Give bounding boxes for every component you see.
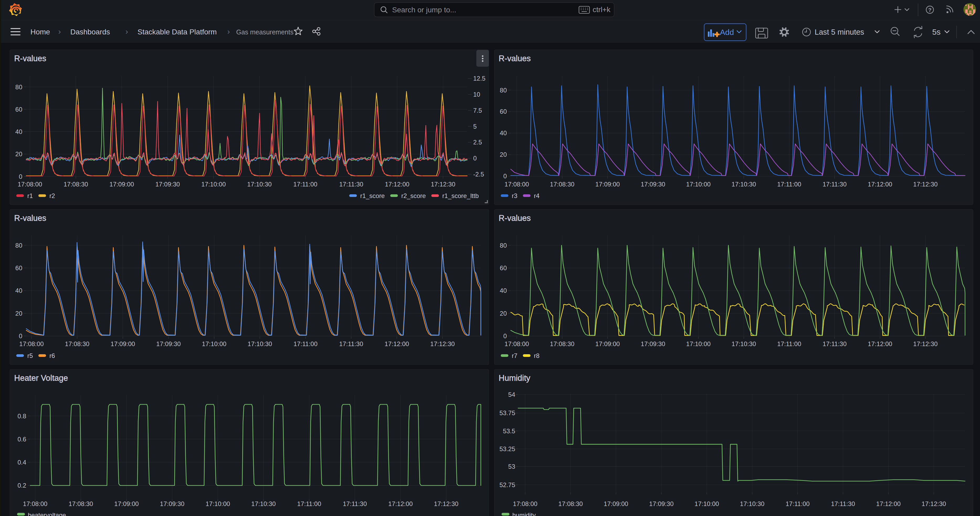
svg-text:80: 80 [500,87,507,94]
svg-text:17:11:00: 17:11:00 [297,500,321,507]
svg-text:Last 5 minutes: Last 5 minutes [815,28,864,36]
svg-text:52.75: 52.75 [500,481,515,489]
svg-text:17:08:30: 17:08:30 [65,340,89,347]
svg-text:17:08:30: 17:08:30 [558,500,583,507]
svg-text:20: 20 [500,151,507,158]
svg-text:60: 60 [15,106,22,113]
svg-text:17:09:30: 17:09:30 [156,340,181,347]
svg-text:17:09:30: 17:09:30 [160,500,184,507]
svg-text:17:08:00: 17:08:00 [504,340,529,347]
svg-text:17:12:00: 17:12:00 [868,340,892,347]
svg-text:17:09:30: 17:09:30 [155,181,180,188]
svg-text:17:11:00: 17:11:00 [293,340,318,347]
svg-text:r5: r5 [27,352,33,359]
svg-text:0.2: 0.2 [18,482,26,489]
svg-text:17:12:30: 17:12:30 [434,500,458,507]
svg-text:80: 80 [500,242,507,249]
svg-text:17:08:30: 17:08:30 [64,181,88,188]
svg-text:17:10:00: 17:10:00 [202,340,226,347]
svg-text:60: 60 [15,264,22,272]
svg-text:17:08:00: 17:08:00 [23,500,47,507]
svg-text:17:08:00: 17:08:00 [19,340,44,347]
svg-text:17:11:00: 17:11:00 [786,500,810,507]
svg-text:r8: r8 [534,352,539,359]
svg-text:17:10:30: 17:10:30 [247,181,272,188]
svg-text:0: 0 [19,333,22,339]
svg-text:Heater Voltage: Heater Voltage [14,373,68,382]
svg-text:17:10:30: 17:10:30 [248,340,272,347]
svg-text:r1: r1 [27,192,33,199]
svg-text:40: 40 [500,287,507,294]
svg-text:17:11:00: 17:11:00 [777,340,801,347]
svg-text:17:10:30: 17:10:30 [740,500,764,507]
svg-text:7.5: 7.5 [473,107,482,114]
svg-text:17:12:00: 17:12:00 [876,500,900,507]
svg-text:17:09:30: 17:09:30 [649,500,673,507]
svg-text:0.6: 0.6 [18,436,26,443]
svg-text:5s: 5s [932,27,941,36]
svg-text:17:11:30: 17:11:30 [822,181,847,188]
svg-text:17:09:00: 17:09:00 [595,181,620,188]
svg-text:53.25: 53.25 [500,445,515,452]
svg-text:17:11:00: 17:11:00 [777,181,801,188]
svg-text:Add: Add [720,28,734,37]
svg-text:17:09:00: 17:09:00 [604,500,628,507]
svg-text:›: › [227,27,230,36]
svg-text:20: 20 [15,310,22,317]
svg-text:R-values: R-values [14,213,46,223]
svg-text:17:11:00: 17:11:00 [293,181,318,188]
svg-text:17:12:30: 17:12:30 [913,340,937,347]
svg-text:humidity: humidity [512,511,536,516]
svg-text:R-values: R-values [14,54,46,63]
svg-text:Stackable Data Platform: Stackable Data Platform [137,28,217,36]
svg-text:17:09:30: 17:09:30 [641,340,665,347]
svg-text:10: 10 [473,91,480,98]
svg-text:17:09:00: 17:09:00 [114,500,138,507]
svg-text:?: ? [928,7,932,13]
svg-text:17:12:00: 17:12:00 [868,181,892,188]
svg-text:r1_score_lttb: r1_score_lttb [442,192,479,199]
svg-text:17:08:00: 17:08:00 [513,500,537,507]
svg-text:17:08:30: 17:08:30 [550,340,574,347]
svg-text:17:09:00: 17:09:00 [110,340,135,347]
svg-text:17:08:00: 17:08:00 [18,181,42,188]
svg-text:20: 20 [15,150,22,158]
svg-text:r1_score: r1_score [360,192,385,199]
svg-text:80: 80 [15,242,22,249]
svg-text:Search or jump to...: Search or jump to... [392,6,456,14]
svg-text:17:09:30: 17:09:30 [641,181,665,188]
svg-text:17:09:00: 17:09:00 [595,340,620,347]
svg-text:17:12:30: 17:12:30 [430,340,455,347]
svg-text:40: 40 [15,128,22,135]
svg-text:17:11:30: 17:11:30 [339,340,363,347]
svg-text:17:12:00: 17:12:00 [385,340,409,347]
svg-text:17:10:00: 17:10:00 [205,500,230,507]
svg-text:17:12:00: 17:12:00 [385,181,409,188]
svg-text:ctrl+k: ctrl+k [593,5,611,14]
svg-text:12.5: 12.5 [473,75,485,82]
svg-text:54: 54 [508,391,515,398]
svg-text:60: 60 [500,108,507,115]
svg-text:r4: r4 [534,192,539,199]
svg-text:17:10:30: 17:10:30 [251,500,275,507]
svg-text:-2.5: -2.5 [473,171,484,178]
svg-text:17:08:30: 17:08:30 [68,500,93,507]
svg-text:0: 0 [19,173,22,180]
svg-text:17:11:30: 17:11:30 [339,181,363,188]
svg-text:53: 53 [508,463,515,470]
svg-text:›: › [126,27,128,36]
svg-text:5: 5 [473,123,477,130]
svg-text:53.5: 53.5 [503,427,515,435]
svg-text:17:12:00: 17:12:00 [388,500,412,507]
svg-text:80: 80 [15,83,22,91]
svg-text:0: 0 [473,154,477,162]
svg-text:0: 0 [503,333,507,339]
svg-text:R-values: R-values [499,213,531,223]
svg-text:r2: r2 [49,192,55,199]
svg-text:0.8: 0.8 [18,412,26,420]
svg-text:53.75: 53.75 [500,409,515,416]
svg-text:0.4: 0.4 [18,459,26,466]
svg-text:60: 60 [500,264,507,272]
svg-text:Home: Home [30,28,50,36]
svg-text:17:10:00: 17:10:00 [201,181,226,188]
